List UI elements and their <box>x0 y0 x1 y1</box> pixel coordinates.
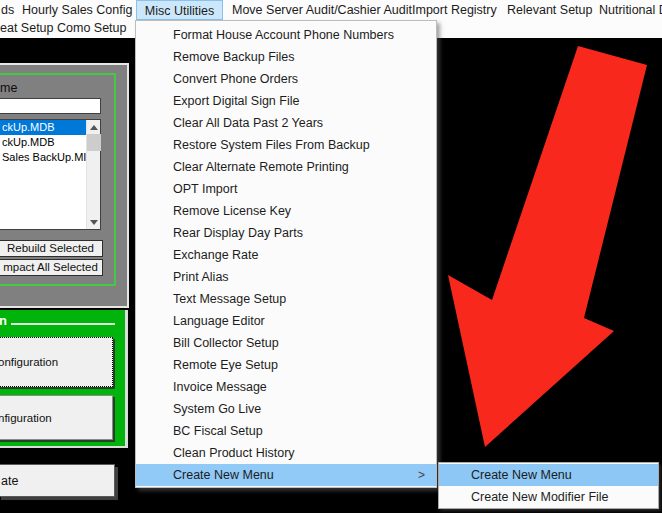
scroll-down-icon[interactable] <box>87 215 101 229</box>
tab-eat-setup[interactable]: eat Setup <box>0 20 54 38</box>
menu-option[interactable]: Format House Account Phone Numbers <box>136 24 436 46</box>
button-label: onfiguration <box>0 356 58 368</box>
backup-panel: me ckUp.MDB ckUp.MDB Sales BackUp.MI Reb… <box>0 63 129 308</box>
backup-file-list[interactable]: ckUp.MDB ckUp.MDB Sales BackUp.MI <box>0 119 101 230</box>
scrollbar-thumb[interactable] <box>87 134 101 151</box>
list-scrollbar[interactable] <box>86 120 100 229</box>
configuration-button-2[interactable]: nfiguration <box>0 395 113 440</box>
list-item[interactable]: Sales BackUp.MI <box>0 150 100 165</box>
menu-bar: ds Hourly Sales Config Misc Utilities Mo… <box>0 0 662 20</box>
button-label: nfiguration <box>0 412 52 424</box>
menu-option[interactable]: Clear Alternate Remote Printing <box>136 156 436 178</box>
menu-option-label: Create New Menu <box>173 468 274 482</box>
menu-option[interactable]: Remove License Key <box>136 200 436 222</box>
update-button[interactable]: ate <box>0 464 115 497</box>
menu-item-import-registry[interactable]: Import Registry <box>412 0 497 20</box>
menu-option[interactable]: Export Digital Sign File <box>136 90 436 112</box>
button-label: ate <box>0 474 18 488</box>
submenu-option-create-new-modifier-file[interactable]: Create New Modifier File <box>439 486 658 508</box>
menu-option-create-new-menu[interactable]: Create New Menu > <box>136 464 436 486</box>
menu-option[interactable]: OPT Import <box>136 178 436 200</box>
misc-utilities-dropdown: Format House Account Phone Numbers Remov… <box>135 20 437 488</box>
list-item[interactable]: ckUp.MDB <box>0 135 100 150</box>
menu-option[interactable]: System Go Live <box>136 398 436 420</box>
configuration-panel: n onfiguration nfiguration <box>0 310 128 448</box>
menu-item-hourly-sales-config[interactable]: Hourly Sales Config <box>22 0 132 20</box>
menu-item-move-server-audit[interactable]: Move Server Audit/Cashier Audit <box>232 0 412 20</box>
menu-option[interactable]: Remove Backup Files <box>136 46 436 68</box>
menu-option[interactable]: Invoice Message <box>136 376 436 398</box>
menu-option[interactable]: Bill Collector Setup <box>136 332 436 354</box>
menu-item-clipped[interactable]: ds <box>1 0 14 20</box>
menu-option[interactable]: Convert Phone Orders <box>136 68 436 90</box>
menu-item-nutritional[interactable]: Nutritional D <box>599 0 662 20</box>
menu-option[interactable]: Restore System Files From Backup <box>136 134 436 156</box>
tab-como-setup[interactable]: Como Setup <box>57 20 126 38</box>
menu-option[interactable]: Exchange Rate <box>136 244 436 266</box>
create-new-menu-submenu: Create New Menu Create New Modifier File <box>438 462 659 509</box>
frame-caption: me <box>0 81 17 95</box>
scroll-up-icon[interactable] <box>87 120 101 134</box>
configuration-button-1[interactable]: onfiguration <box>0 337 113 387</box>
menu-option[interactable]: Print Alias <box>136 266 436 288</box>
compact-all-selected-button[interactable]: mpact All Selected <box>0 259 103 276</box>
menu-item-misc-utilities[interactable]: Misc Utilities <box>136 0 223 20</box>
menu-option[interactable]: BC Fiscal Setup <box>136 420 436 442</box>
app-window: ds Hourly Sales Config Misc Utilities Mo… <box>0 0 662 513</box>
menu-option[interactable]: Clean Product History <box>136 442 436 464</box>
filename-input[interactable] <box>0 98 101 114</box>
list-item[interactable]: ckUp.MDB <box>0 120 100 135</box>
menu-item-relevant-setup[interactable]: Relevant Setup <box>507 0 592 20</box>
menu-option[interactable]: Language Editor <box>136 310 436 332</box>
submenu-chevron-icon: > <box>418 464 425 486</box>
submenu-option-create-new-menu[interactable]: Create New Menu <box>439 464 658 486</box>
menu-option[interactable]: Rear Display Day Parts <box>136 222 436 244</box>
menu-option[interactable]: Remote Eye Setup <box>136 354 436 376</box>
rebuild-selected-button[interactable]: Rebuild Selected <box>0 240 103 257</box>
frame-caption: n <box>0 313 7 328</box>
menu-option[interactable]: Clear All Data Past 2 Years <box>136 112 436 134</box>
caption-divider <box>11 323 115 325</box>
menu-option[interactable]: Text Message Setup <box>136 288 436 310</box>
